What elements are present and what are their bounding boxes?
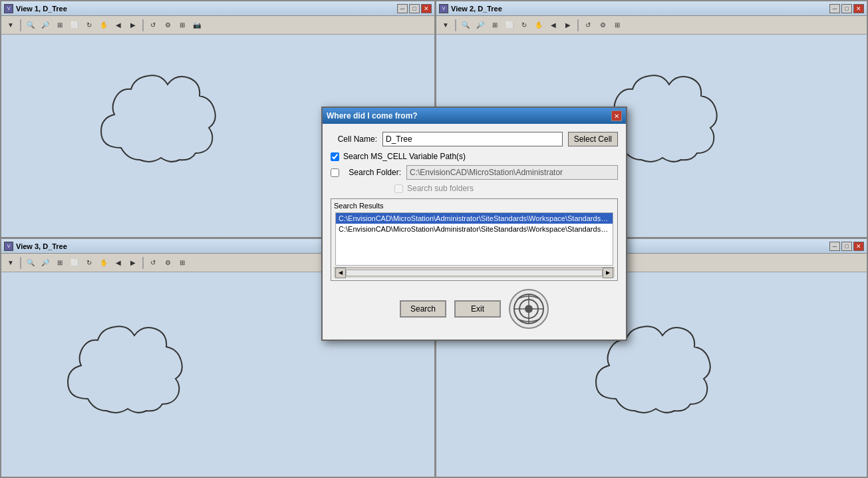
view2-icon: V — [439, 4, 448, 13]
search-folder-row: Search Folder: — [331, 165, 618, 180]
v2-toolbar-settings-btn[interactable]: ⚙ — [596, 19, 609, 32]
ms-cell-checkbox-label: Search MS_CELL Variable Path(s) — [343, 152, 466, 161]
toolbar-sep1 — [20, 19, 21, 31]
dialog-close-btn[interactable]: ✕ — [611, 111, 622, 121]
cloud1 — [88, 55, 234, 174]
ms-cell-checkbox[interactable] — [331, 152, 339, 161]
search-folder-checkbox[interactable] — [331, 168, 339, 177]
dialog-buttons-row: Search Exit — [331, 286, 618, 332]
select-cell-btn[interactable]: Select Cell — [568, 132, 618, 146]
view1-toolbar: ▼ 🔍 🔎 ⊞ ⬜ ↻ ✋ ◀ ▶ ↺ ⚙ ⊞ 📷 — [1, 16, 434, 35]
toolbar-window-btn[interactable]: ⬜ — [68, 19, 81, 32]
view1-minimize-btn[interactable]: ─ — [397, 4, 408, 13]
search-results-legend: Search Results — [334, 202, 615, 210]
v2-toolbar-prev-btn[interactable]: ◀ — [547, 19, 560, 32]
v3-toolbar-sep1 — [20, 257, 21, 269]
v3-toolbar-zoom-out-btn[interactable]: 🔎 — [39, 256, 52, 270]
folder-path-input[interactable] — [406, 165, 618, 180]
v2-toolbar-fit-btn[interactable]: ⊞ — [488, 19, 502, 32]
v2-toolbar-grid-btn[interactable]: ⊞ — [611, 19, 624, 32]
v2-toolbar-zoom-out-btn[interactable]: 🔎 — [474, 19, 487, 32]
v3-toolbar-next-btn[interactable]: ▶ — [126, 256, 140, 270]
subfolder-checkbox[interactable] — [394, 184, 403, 193]
v2-toolbar-arrow-btn[interactable]: ▼ — [439, 19, 452, 32]
toolbar-next-btn[interactable]: ▶ — [126, 19, 140, 32]
toolbar-zoom-in-btn[interactable]: 🔍 — [24, 19, 37, 32]
result-item-2[interactable]: C:\EnvisionCAD\MicroStation\Administrato… — [336, 224, 613, 234]
view1-title: View 1, D_Tree — [16, 5, 67, 13]
cell-name-label: Cell Name: — [331, 134, 377, 144]
view1-maximize-btn[interactable]: □ — [409, 4, 420, 13]
v2-toolbar-rotate-btn[interactable]: ↻ — [517, 19, 531, 32]
toolbar-update-btn[interactable]: ↺ — [146, 19, 160, 32]
view4-controls: ─ □ ✕ — [829, 242, 864, 251]
dialog-body: Cell Name: Select Cell Search MS_CELL Va… — [323, 124, 626, 340]
view1-close-btn[interactable]: ✕ — [421, 4, 432, 13]
v3-toolbar-fit-btn[interactable]: ⊞ — [53, 256, 67, 270]
subfolder-label: Search sub folders — [407, 184, 474, 193]
v3-toolbar-sep2 — [142, 257, 144, 269]
v3-toolbar-arrow-btn[interactable]: ▼ — [4, 256, 17, 270]
v3-toolbar-zoom-in-btn[interactable]: 🔍 — [24, 256, 37, 270]
view4-maximize-btn[interactable]: □ — [841, 242, 852, 251]
toolbar-settings-btn[interactable]: ⚙ — [161, 19, 174, 32]
v2-toolbar-update-btn[interactable]: ↺ — [581, 19, 595, 32]
view3-title: View 3, D_Tree — [16, 242, 67, 250]
ms-cell-checkbox-row: Search MS_CELL Variable Path(s) — [331, 152, 618, 161]
view2-controls: ─ □ ✕ — [829, 4, 864, 13]
view4-minimize-btn[interactable]: ─ — [829, 242, 840, 251]
result-item-1[interactable]: C:\EnvisionCAD\MicroStation\Administrato… — [336, 213, 613, 224]
view2-titlebar: V View 2, D_Tree ─ □ ✕ — [436, 1, 867, 16]
toolbar-rotate-btn[interactable]: ↻ — [82, 19, 96, 32]
toolbar-fit-btn[interactable]: ⊞ — [53, 19, 67, 32]
v3-toolbar-rotate-btn[interactable]: ↻ — [82, 256, 96, 270]
v3-toolbar-window-btn[interactable]: ⬜ — [68, 256, 81, 270]
scroll-right-btn[interactable]: ▶ — [603, 268, 613, 278]
view2-toolbar: ▼ 🔍 🔎 ⊞ ⬜ ↻ ✋ ◀ ▶ ↺ ⚙ ⊞ — [436, 16, 867, 35]
subfolder-row: Search sub folders — [331, 184, 618, 193]
search-results-group: Search Results C:\EnvisionCAD\MicroStati… — [331, 198, 618, 281]
view1-titlebar: V View 1, D_Tree ─ □ ✕ — [1, 1, 434, 16]
scrollbar-track[interactable] — [346, 270, 603, 276]
results-scrollbar[interactable]: ◀ ▶ — [334, 267, 615, 278]
dialog-titlebar: Where did I come from? ✕ — [323, 108, 626, 124]
scroll-left-btn[interactable]: ◀ — [335, 268, 346, 278]
toolbar-grid-btn[interactable]: ⊞ — [176, 19, 189, 32]
v2-toolbar-sep2 — [577, 19, 579, 31]
v2-toolbar-sep1 — [455, 19, 456, 31]
view2-maximize-btn[interactable]: □ — [841, 4, 852, 13]
toolbar-pan-btn[interactable]: ✋ — [97, 19, 110, 32]
cell-name-input[interactable] — [382, 132, 563, 146]
view2-minimize-btn[interactable]: ─ — [829, 4, 840, 13]
view2-title: View 2, D_Tree — [451, 5, 502, 13]
search-folder-label: Search Folder: — [345, 168, 401, 177]
v2-toolbar-next-btn[interactable]: ▶ — [561, 19, 575, 32]
toolbar-camera-btn[interactable]: 📷 — [190, 19, 204, 32]
views-container: V View 1, D_Tree ─ □ ✕ ▼ 🔍 🔎 ⊞ ⬜ ↻ ✋ ◀ ▶… — [0, 0, 868, 478]
dialog-title: Where did I come from? — [327, 111, 418, 120]
view4-close-btn[interactable]: ✕ — [853, 242, 864, 251]
toolbar-sep2 — [142, 19, 144, 31]
logo-circle — [509, 289, 549, 329]
search-btn[interactable]: Search — [400, 300, 446, 318]
view1-controls: ─ □ ✕ — [397, 4, 432, 13]
v2-toolbar-pan-btn[interactable]: ✋ — [532, 19, 545, 32]
view3-icon: V — [4, 242, 13, 251]
view1-icon: V — [4, 4, 13, 13]
v3-toolbar-update-btn[interactable]: ↺ — [146, 256, 160, 270]
v3-toolbar-pan-btn[interactable]: ✋ — [97, 256, 110, 270]
v3-toolbar-settings-btn[interactable]: ⚙ — [161, 256, 174, 270]
cloud3 — [55, 306, 201, 425]
cell-name-row: Cell Name: Select Cell — [331, 132, 618, 146]
results-list[interactable]: C:\EnvisionCAD\MicroStation\Administrato… — [335, 212, 613, 266]
v2-toolbar-zoom-in-btn[interactable]: 🔍 — [459, 19, 472, 32]
v3-toolbar-grid-btn[interactable]: ⊞ — [176, 256, 189, 270]
toolbar-arrow-btn[interactable]: ▼ — [4, 19, 17, 32]
toolbar-zoom-out-btn[interactable]: 🔎 — [39, 19, 52, 32]
v3-toolbar-prev-btn[interactable]: ◀ — [112, 256, 125, 270]
exit-btn[interactable]: Exit — [454, 300, 501, 318]
view2-close-btn[interactable]: ✕ — [853, 4, 864, 13]
v2-toolbar-window-btn[interactable]: ⬜ — [503, 19, 516, 32]
toolbar-prev-btn[interactable]: ◀ — [112, 19, 125, 32]
dialog: Where did I come from? ✕ Cell Name: Sele… — [321, 107, 627, 341]
